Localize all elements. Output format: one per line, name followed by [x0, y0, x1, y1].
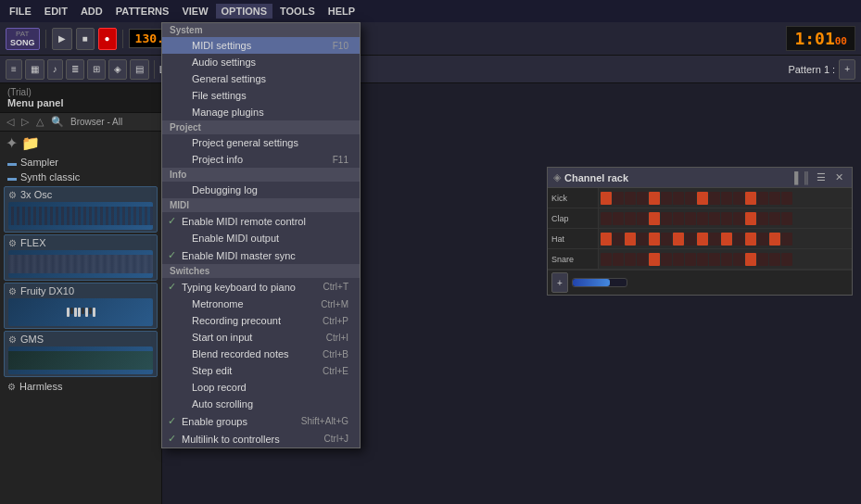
pad-clap-8[interactable]	[685, 212, 696, 225]
pad-clap-2[interactable]	[613, 212, 624, 225]
pad-kick-14[interactable]	[757, 192, 768, 205]
pad-hat-6[interactable]	[661, 233, 672, 246]
pad-snare-11[interactable]	[721, 253, 732, 266]
instrument-flex[interactable]: ⚙ FLEX	[4, 234, 158, 281]
debugging-log-item[interactable]: Debugging log	[162, 182, 360, 198]
pad-kick-11[interactable]	[721, 192, 732, 205]
enable-groups-item[interactable]: ✓ Enable groups Shift+Alt+G	[162, 412, 360, 430]
menu-help[interactable]: HELP	[323, 4, 361, 19]
pad-hat-4[interactable]	[637, 233, 648, 246]
pad-kick-3[interactable]	[625, 192, 636, 205]
pad-clap-6[interactable]	[661, 212, 672, 225]
audio-settings-item[interactable]: Audio settings	[162, 54, 360, 70]
pad-hat-3[interactable]	[625, 233, 636, 246]
pad-snare-6[interactable]	[661, 253, 672, 266]
menu-file[interactable]: FILE	[4, 4, 37, 19]
pad-snare-12[interactable]	[733, 253, 744, 266]
instrument-synth-classic[interactable]: ▬ Synth classic	[0, 170, 161, 184]
pad-hat-5[interactable]	[649, 233, 660, 246]
pad-kick-6[interactable]	[661, 192, 672, 205]
record-button[interactable]: ●	[98, 28, 117, 50]
rack-knob-icon[interactable]: ◈	[553, 171, 561, 183]
pad-snare-2[interactable]	[613, 253, 624, 266]
instrument-dx10[interactable]: ⚙ Fruity DX10	[4, 283, 158, 329]
pad-kick-8[interactable]	[685, 192, 696, 205]
pat-song-toggle[interactable]: PAT SONG	[6, 28, 40, 50]
nav-forward[interactable]: ▷	[19, 115, 32, 129]
stop-button[interactable]: ■	[76, 28, 95, 50]
pad-kick-7[interactable]	[673, 192, 684, 205]
pad-clap-4[interactable]	[637, 212, 648, 225]
nav-search[interactable]: 🔍	[48, 115, 67, 129]
pad-kick-12[interactable]	[733, 192, 744, 205]
pad-hat-7[interactable]	[673, 233, 684, 246]
pad-clap-1[interactable]	[601, 212, 612, 225]
pad-snare-14[interactable]	[757, 253, 768, 266]
pad-hat-9[interactable]	[697, 233, 708, 246]
pad-clap-16[interactable]	[781, 212, 792, 225]
channel-volume-slider[interactable]	[572, 278, 627, 287]
play-button[interactable]: ▶	[52, 28, 72, 50]
pad-clap-13[interactable]	[745, 212, 756, 225]
nav-up[interactable]: △	[33, 115, 46, 129]
pad-snare-13[interactable]	[745, 253, 756, 266]
pad-clap-10[interactable]	[709, 212, 720, 225]
menu-add[interactable]: ADD	[75, 4, 108, 19]
pad-kick-10[interactable]	[709, 192, 720, 205]
pad-hat-15[interactable]	[769, 233, 780, 246]
rack-menu-icon[interactable]: ☰	[814, 170, 829, 184]
pad-clap-9[interactable]	[697, 212, 708, 225]
pad-snare-7[interactable]	[673, 253, 684, 266]
pad-clap-3[interactable]	[625, 212, 636, 225]
add-channel-button[interactable]: +	[551, 272, 568, 293]
pad-snare-15[interactable]	[769, 253, 780, 266]
pad-snare-9[interactable]	[697, 253, 708, 266]
pad-hat-2[interactable]	[613, 233, 624, 246]
playlist-button[interactable]: ≣	[66, 59, 84, 80]
file-settings-item[interactable]: File settings	[162, 87, 360, 104]
enable-midi-master-sync-item[interactable]: ✓ Enable MIDI master sync	[162, 246, 360, 264]
channel-rack-button[interactable]: ▦	[25, 59, 44, 80]
auto-scrolling-item[interactable]: Auto scrolling	[162, 396, 360, 412]
pad-kick-2[interactable]	[613, 192, 624, 205]
metronome-item[interactable]: Metronome Ctrl+M	[162, 296, 360, 312]
multilink-to-controllers-item[interactable]: ✓ Multilink to controllers Ctrl+J	[162, 430, 360, 447]
pad-snare-10[interactable]	[709, 253, 720, 266]
typing-keyboard-item[interactable]: ✓ Typing keyboard to piano Ctrl+T	[162, 278, 360, 296]
instrument-sampler[interactable]: ▬ Sampler	[0, 155, 161, 170]
midi-settings-item[interactable]: MIDI settings F10	[162, 37, 360, 54]
pad-kick-4[interactable]	[637, 192, 648, 205]
blend-recorded-notes-item[interactable]: Blend recorded notes Ctrl+B	[162, 346, 360, 362]
recording-precount-item[interactable]: Recording precount Ctrl+P	[162, 312, 360, 329]
enable-midi-output-item[interactable]: Enable MIDI output	[162, 230, 360, 246]
enable-midi-remote-item[interactable]: ✓ Enable MIDI remote control	[162, 212, 360, 230]
pad-kick-15[interactable]	[769, 192, 780, 205]
general-settings-item[interactable]: General settings	[162, 70, 360, 87]
pad-kick-1[interactable]	[601, 192, 612, 205]
mixer-button[interactable]: ≡	[6, 59, 22, 80]
pad-snare-8[interactable]	[685, 253, 696, 266]
menu-patterns[interactable]: PATTERNS	[110, 4, 175, 19]
folder-icon[interactable]: 📁	[21, 134, 40, 152]
instrument-gms[interactable]: ⚙ GMS	[4, 331, 158, 377]
pad-kick-16[interactable]	[781, 192, 792, 205]
instrument-3x-osc[interactable]: ⚙ 3x Osc	[4, 186, 158, 233]
pad-hat-12[interactable]	[733, 233, 744, 246]
add-pattern-button[interactable]: +	[839, 59, 855, 80]
pad-snare-3[interactable]	[625, 253, 636, 266]
menu-view[interactable]: VIEW	[176, 4, 213, 19]
pad-snare-5[interactable]	[649, 253, 660, 266]
pad-hat-8[interactable]	[685, 233, 696, 246]
manage-plugins-item[interactable]: Manage plugins	[162, 104, 360, 120]
project-general-settings-item[interactable]: Project general settings	[162, 134, 360, 151]
menu-options[interactable]: OPTIONS	[216, 4, 273, 19]
pad-hat-11[interactable]	[721, 233, 732, 246]
pad-hat-1[interactable]	[601, 233, 612, 246]
pad-hat-13[interactable]	[745, 233, 756, 246]
pad-kick-13[interactable]	[745, 192, 756, 205]
start-on-input-item[interactable]: Start on input Ctrl+I	[162, 329, 360, 346]
plugin-button[interactable]: ◈	[108, 59, 127, 80]
pad-clap-12[interactable]	[733, 212, 744, 225]
pad-hat-16[interactable]	[781, 233, 792, 246]
add-instrument-icon[interactable]: ✦	[6, 134, 18, 152]
